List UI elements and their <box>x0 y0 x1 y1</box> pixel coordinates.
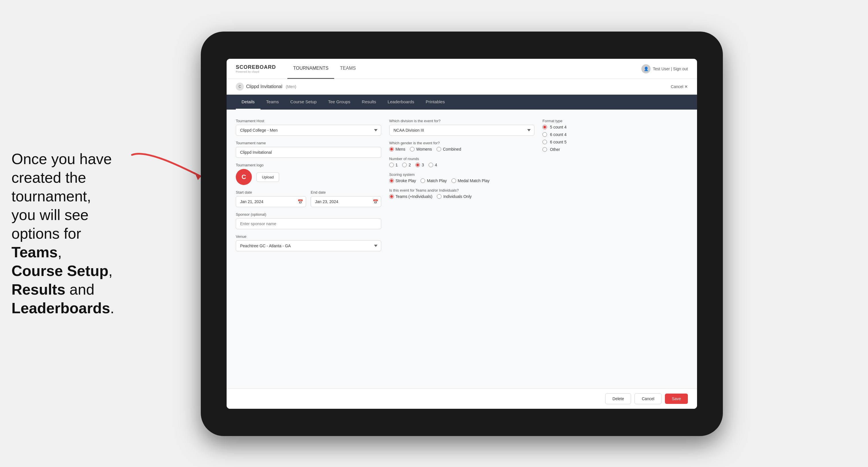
start-date-label: Start date <box>236 190 306 194</box>
end-date-group: End date 📅 <box>311 190 381 207</box>
tournament-subtitle: (Men) <box>286 84 296 89</box>
gender-mens-radio[interactable] <box>389 147 394 152</box>
tab-tee-groups[interactable]: Tee Groups <box>322 95 356 110</box>
format-5count4[interactable]: 5 count 4 <box>542 125 688 129</box>
instruction-bold-coursesetup: Course Setup <box>11 262 108 279</box>
gender-combined[interactable]: Combined <box>437 147 461 152</box>
tournament-back: C Clippd Invitational (Men) <box>236 83 296 91</box>
format-6count5-radio[interactable] <box>542 140 547 144</box>
user-info[interactable]: Test User | Sign out <box>653 67 688 71</box>
scoring-stroke-radio[interactable] <box>389 179 394 183</box>
rounds-3-radio[interactable] <box>415 163 420 167</box>
tournament-host-select[interactable]: Clippd College - Men <box>236 125 381 136</box>
cancel-button-top[interactable]: Cancel ✕ <box>671 84 688 89</box>
tournament-host-label: Tournament Host <box>236 119 381 123</box>
tournament-name-input[interactable] <box>236 147 381 158</box>
scoring-stroke[interactable]: Stroke Play <box>389 179 416 183</box>
tournament-logo-label: Tournament logo <box>236 163 381 167</box>
sponsor-group: Sponsor (optional) <box>236 212 381 229</box>
rounds-2-radio[interactable] <box>402 163 407 167</box>
gender-combined-radio[interactable] <box>437 147 441 152</box>
gender-womens[interactable]: Womens <box>410 147 432 152</box>
rounds-4[interactable]: 4 <box>429 163 437 167</box>
scoring-radio-group: Stroke Play Match Play Medal Match Play <box>389 179 535 183</box>
venue-label: Venue <box>236 235 381 239</box>
tab-teams[interactable]: Teams <box>260 95 284 110</box>
form-footer: Delete Cancel Save <box>227 388 697 409</box>
format-6count4[interactable]: 6 count 4 <box>542 132 688 137</box>
tournament-name-group: Tournament name <box>236 141 381 158</box>
instruction-panel: Once you havecreated thetournament,you w… <box>0 138 144 329</box>
tab-course-setup[interactable]: Course Setup <box>284 95 322 110</box>
nav-teams[interactable]: TEAMS <box>334 59 362 79</box>
avatar: 👤 <box>641 64 651 73</box>
scoring-medal-match-radio[interactable] <box>452 179 456 183</box>
format-other-radio[interactable] <box>542 147 547 152</box>
cancel-button-footer[interactable]: Cancel <box>634 393 661 404</box>
venue-group: Venue Peachtree GC - Atlanta - GA <box>236 235 381 251</box>
form-column-1: Tournament Host Clippd College - Men Tou… <box>236 119 381 251</box>
scoring-label: Scoring system <box>389 173 535 177</box>
format-other[interactable]: Other <box>542 147 688 152</box>
tab-results[interactable]: Results <box>356 95 382 110</box>
rounds-4-radio[interactable] <box>429 163 433 167</box>
upload-button[interactable]: Upload <box>256 173 279 182</box>
rounds-label: Number of rounds <box>389 157 535 161</box>
gender-group: Which gender is the event for? Mens Wome… <box>389 141 535 152</box>
rounds-1[interactable]: 1 <box>389 163 398 167</box>
format-options: 5 count 4 6 count 4 6 count 5 <box>542 125 688 152</box>
rounds-group: Number of rounds 1 2 <box>389 157 535 167</box>
format-6count4-radio[interactable] <box>542 132 547 137</box>
sponsor-label: Sponsor (optional) <box>236 212 381 217</box>
tab-printables[interactable]: Printables <box>420 95 451 110</box>
gender-radio-group: Mens Womens Combined <box>389 147 535 152</box>
teams-group: Is this event for Teams and/or Individua… <box>389 188 535 199</box>
teams-plus-individuals[interactable]: Teams (+Individuals) <box>389 194 433 199</box>
rounds-4-label: 4 <box>435 163 437 167</box>
sponsor-input[interactable] <box>236 218 381 229</box>
rounds-3-label: 3 <box>422 163 424 167</box>
instruction-bold-results: Results <box>11 281 65 298</box>
logo-text: SCOREBOARD <box>236 64 276 70</box>
instruction-bold-leaderboards: Leaderboards <box>11 300 110 316</box>
form-grid: Tournament Host Clippd College - Men Tou… <box>236 119 688 251</box>
format-6count5-label: 6 count 5 <box>550 140 566 144</box>
end-date-input[interactable] <box>311 196 381 207</box>
rounds-2[interactable]: 2 <box>402 163 411 167</box>
nav-tournaments[interactable]: TOURNAMENTS <box>287 59 334 79</box>
gender-mens[interactable]: Mens <box>389 147 405 152</box>
individuals-only[interactable]: Individuals Only <box>437 194 472 199</box>
back-icon[interactable]: C <box>236 83 244 91</box>
scoring-match[interactable]: Match Play <box>421 179 446 183</box>
tournament-title: Clippd Invitational <box>246 84 282 89</box>
scoring-match-radio[interactable] <box>421 179 425 183</box>
scoring-match-label: Match Play <box>427 179 446 183</box>
teams-plus-radio[interactable] <box>389 194 394 199</box>
form-column-3: Format type 5 count 4 6 count 4 <box>542 119 688 152</box>
individuals-only-label: Individuals Only <box>443 194 472 199</box>
save-button[interactable]: Save <box>665 394 688 404</box>
gender-combined-label: Combined <box>443 147 461 152</box>
format-6count5[interactable]: 6 count 5 <box>542 140 688 144</box>
format-5count4-label: 5 count 4 <box>550 125 566 129</box>
rounds-3[interactable]: 3 <box>415 163 424 167</box>
delete-button[interactable]: Delete <box>605 393 631 404</box>
gender-womens-radio[interactable] <box>410 147 414 152</box>
start-date-wrapper: 📅 <box>236 196 306 207</box>
tab-leaderboards[interactable]: Leaderboards <box>382 95 420 110</box>
division-select[interactable]: NCAA Division III <box>389 125 535 136</box>
rounds-1-radio[interactable] <box>389 163 394 167</box>
form-column-2: Which division is the event for? NCAA Di… <box>389 119 535 199</box>
logo-sub: Powered by clippd <box>236 70 276 73</box>
tablet-screen: SCOREBOARD Powered by clippd TOURNAMENTS… <box>227 59 697 409</box>
format-other-label: Other <box>550 147 560 152</box>
format-group: Format type 5 count 4 6 count 4 <box>542 119 688 152</box>
format-5count4-radio[interactable] <box>542 125 547 129</box>
division-group: Which division is the event for? NCAA Di… <box>389 119 535 136</box>
venue-select[interactable]: Peachtree GC - Atlanta - GA <box>236 240 381 251</box>
main-content: Tournament Host Clippd College - Men Tou… <box>227 110 697 388</box>
scoring-medal-match[interactable]: Medal Match Play <box>452 179 490 183</box>
start-date-input[interactable] <box>236 196 306 207</box>
individuals-only-radio[interactable] <box>437 194 441 199</box>
tab-details[interactable]: Details <box>236 95 260 110</box>
